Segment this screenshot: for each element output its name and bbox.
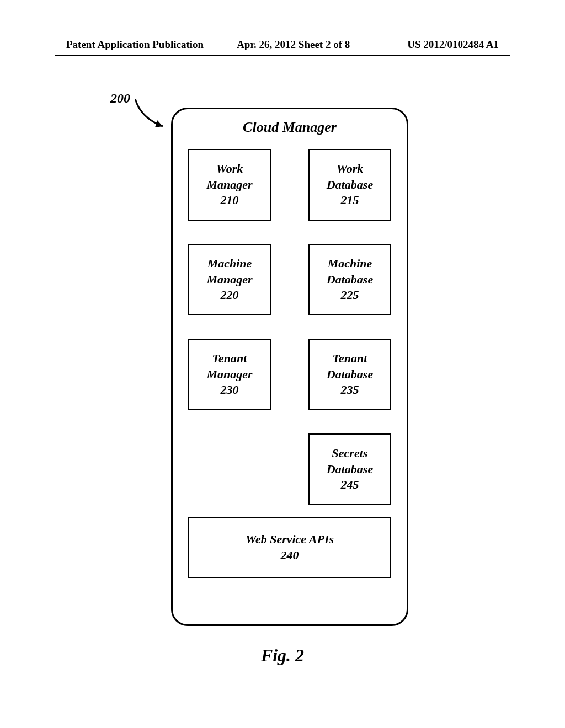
box-line: Database	[327, 462, 373, 478]
box-line: Work	[337, 161, 364, 177]
row-1: Work Manager 210 Work Database 215	[188, 149, 391, 221]
box-line: Secrets	[332, 446, 368, 462]
cloud-manager-title: Cloud Manager	[188, 119, 391, 136]
row-2: Machine Manager 220 Machine Database 225	[188, 244, 391, 315]
work-database-box: Work Database 215	[308, 149, 391, 221]
header-right: US 2012/0102484 A1	[407, 39, 499, 51]
box-line: Web Service APIs	[246, 532, 334, 548]
box-line: Tenant	[333, 351, 367, 367]
header-center: Apr. 26, 2012 Sheet 2 of 8	[204, 39, 407, 51]
box-line: Database	[327, 367, 373, 383]
tenant-database-box: Tenant Database 235	[308, 339, 391, 410]
box-line: Manager	[206, 177, 252, 193]
header-left: Patent Application Publication	[66, 39, 204, 51]
tenant-manager-box: Tenant Manager 230	[188, 339, 271, 410]
reference-number: 200	[110, 91, 130, 106]
work-manager-box: Work Manager 210	[188, 149, 271, 221]
machine-database-box: Machine Database 225	[308, 244, 391, 315]
machine-manager-box: Machine Manager 220	[188, 244, 271, 315]
box-line: 225	[341, 287, 359, 303]
cloud-manager-container: Cloud Manager Work Manager 210 Work Data…	[171, 108, 408, 626]
box-line: 215	[341, 192, 359, 208]
box-line: Machine	[207, 256, 252, 272]
box-line: Manager	[206, 367, 252, 383]
box-line: 240	[281, 548, 299, 564]
box-line: Database	[327, 177, 373, 193]
figure-label: Fig. 2	[0, 645, 565, 666]
box-line: 220	[221, 287, 239, 303]
box-line: Manager	[206, 272, 252, 288]
row-4: Secrets Database 245	[188, 433, 391, 505]
header-divider	[55, 55, 510, 56]
box-line: 210	[221, 192, 239, 208]
page-header: Patent Application Publication Apr. 26, …	[0, 39, 565, 51]
reference-arrow-icon	[135, 99, 174, 137]
secrets-database-box: Secrets Database 245	[308, 433, 391, 505]
box-line: 235	[341, 382, 359, 398]
box-line: 230	[221, 382, 239, 398]
box-line: Database	[327, 272, 373, 288]
box-line: 245	[341, 477, 359, 493]
web-service-apis-box: Web Service APIs 240	[188, 517, 391, 578]
box-line: Work	[216, 161, 243, 177]
svg-marker-0	[155, 120, 163, 127]
box-line: Machine	[328, 256, 372, 272]
row-3: Tenant Manager 230 Tenant Database 235	[188, 339, 391, 410]
box-line: Tenant	[212, 351, 247, 367]
